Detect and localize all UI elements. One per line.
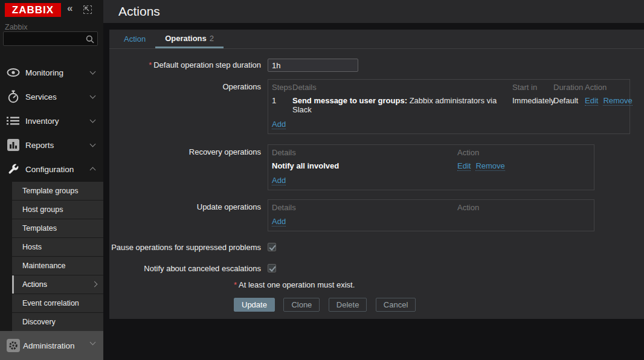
sidebar-item-reports[interactable]: Reports bbox=[0, 133, 103, 157]
submenu-host-groups[interactable]: Host groups bbox=[12, 201, 103, 219]
submenu-maintenance[interactable]: Maintenance bbox=[12, 257, 103, 275]
operations-row: Operations Steps Details Start in Durati… bbox=[109, 79, 644, 134]
stopwatch-icon bbox=[5, 90, 21, 103]
pause-suppressed-row: Pause operations for suppressed problems bbox=[109, 243, 644, 252]
step-duration-label: *Default operation step duration bbox=[109, 59, 261, 72]
notify-canceled-row: Notify about canceled escalations bbox=[109, 264, 644, 273]
list-icon bbox=[5, 116, 21, 126]
operation-row: 1 Send message to user groups: Zabbix ad… bbox=[268, 94, 630, 117]
sidebar-item-inventory[interactable]: Inventory bbox=[0, 109, 103, 133]
notify-canceled-label: Notify about canceled escalations bbox=[109, 264, 261, 273]
submenu-template-groups[interactable]: Template groups bbox=[12, 182, 103, 200]
sidebar: ZABBIX « Zabbix Monitoring Services bbox=[0, 0, 103, 360]
tab-action[interactable]: Action bbox=[114, 30, 155, 48]
chevron-down-icon bbox=[90, 339, 96, 346]
submenu-label: Actions bbox=[22, 280, 47, 289]
submenu-hosts[interactable]: Hosts bbox=[12, 238, 103, 256]
required-asterisk: * bbox=[234, 280, 237, 289]
form-buttons: Update Clone Delete Cancel bbox=[234, 298, 644, 312]
collapse-sidebar-icon[interactable]: « bbox=[67, 2, 72, 14]
nav-label: Configuration bbox=[25, 165, 74, 174]
operation-step: 1 bbox=[268, 94, 290, 108]
main-area: Actions Action Operations 2 *Default ope… bbox=[103, 0, 644, 360]
eye-icon bbox=[5, 68, 21, 77]
required-asterisk: * bbox=[149, 60, 152, 69]
sidebar-search[interactable] bbox=[3, 31, 98, 46]
notify-canceled-checkbox[interactable] bbox=[268, 264, 276, 272]
nav-label: Reports bbox=[25, 141, 54, 150]
pause-suppressed-label: Pause operations for suppressed problems bbox=[109, 243, 261, 252]
delete-button[interactable]: Delete bbox=[329, 298, 367, 312]
step-duration-row: *Default operation step duration bbox=[109, 59, 644, 72]
sidebar-item-configuration[interactable]: Configuration bbox=[0, 157, 103, 181]
tab-bar: Action Operations 2 bbox=[109, 30, 644, 49]
edit-link[interactable]: Edit bbox=[457, 161, 471, 171]
search-input[interactable] bbox=[7, 33, 85, 45]
remove-link[interactable]: Remove bbox=[475, 161, 504, 171]
submenu-event-correlation[interactable]: Event correlation bbox=[12, 294, 103, 312]
recovery-operations-table: Details Action Notify all involved EditR… bbox=[268, 144, 594, 190]
pause-suppressed-checkbox[interactable] bbox=[268, 243, 276, 251]
remove-link[interactable]: Remove bbox=[603, 96, 632, 106]
tab-label: Operations bbox=[165, 34, 207, 43]
col-duration: Duration bbox=[551, 80, 582, 94]
add-operation-link[interactable]: Add bbox=[272, 120, 286, 129]
nav-label: Monitoring bbox=[25, 68, 63, 77]
submenu-discovery[interactable]: Discovery bbox=[12, 313, 103, 331]
cancel-button[interactable]: Cancel bbox=[376, 298, 416, 312]
recovery-operations-label: Recovery operations bbox=[109, 144, 261, 190]
operations-label: Operations bbox=[109, 79, 261, 134]
page-title: Actions bbox=[118, 4, 160, 19]
submenu-label: Discovery bbox=[22, 318, 56, 326]
submenu-templates[interactable]: Templates bbox=[12, 219, 103, 237]
update-operations-label: Update operations bbox=[109, 199, 261, 231]
update-operations-row: Update operations Details Action Add bbox=[109, 199, 644, 231]
page-header: Actions bbox=[103, 0, 644, 23]
operation-type: Send message to user groups: bbox=[292, 96, 407, 105]
gear-icon bbox=[7, 339, 20, 352]
chevron-down-icon bbox=[90, 141, 96, 147]
col-action: Action bbox=[455, 200, 594, 214]
action-edit-panel: Action Operations 2 *Default operation s… bbox=[109, 30, 644, 319]
step-duration-input[interactable] bbox=[268, 59, 358, 72]
submenu-label: Maintenance bbox=[22, 262, 66, 270]
recovery-operation-row: Notify all involved EditRemove bbox=[268, 159, 594, 173]
update-button[interactable]: Update bbox=[234, 298, 275, 312]
configuration-submenu: Template groups Host groups Templates Ho… bbox=[12, 181, 103, 331]
update-operations-table: Details Action Add bbox=[268, 199, 594, 231]
hide-sidebar-icon[interactable] bbox=[83, 5, 92, 14]
clone-button[interactable]: Clone bbox=[283, 298, 320, 312]
recovery-operations-row: Recovery operations Details Action Notif… bbox=[109, 144, 644, 190]
submenu-label: Host groups bbox=[22, 205, 63, 214]
tab-operations[interactable]: Operations 2 bbox=[155, 30, 224, 48]
sidebar-item-services[interactable]: Services bbox=[0, 85, 103, 109]
bar-chart-icon bbox=[5, 139, 21, 151]
operations-table: Steps Details Start in Duration Action 1… bbox=[268, 79, 630, 134]
nav-label: Administration bbox=[23, 341, 75, 350]
chevron-down-icon bbox=[90, 69, 96, 75]
operations-table-header: Steps Details Start in Duration Action bbox=[268, 80, 630, 94]
operation-duration: Default bbox=[551, 94, 582, 108]
col-details: Details bbox=[268, 145, 455, 159]
server-name: Zabbix bbox=[5, 23, 28, 31]
col-steps: Steps bbox=[268, 80, 290, 94]
recovery-table-header: Details Action bbox=[268, 145, 594, 159]
col-action: Action bbox=[455, 145, 594, 159]
zabbix-logo[interactable]: ZABBIX bbox=[5, 3, 61, 17]
submenu-actions[interactable]: Actions bbox=[12, 275, 103, 294]
sidebar-item-administration[interactable]: Administration bbox=[0, 331, 103, 360]
add-recovery-operation-link[interactable]: Add bbox=[272, 176, 286, 185]
search-icon[interactable] bbox=[86, 35, 94, 43]
submenu-label: Templates bbox=[22, 224, 57, 233]
add-update-operation-link[interactable]: Add bbox=[272, 217, 286, 227]
submenu-label: Hosts bbox=[22, 243, 42, 251]
chevron-up-icon bbox=[90, 167, 96, 173]
sidebar-item-monitoring[interactable]: Monitoring bbox=[0, 60, 103, 85]
col-action: Action bbox=[582, 80, 630, 94]
validation-message: *At least one operation must exist. bbox=[234, 280, 644, 289]
sidebar-nav: Monitoring Services Inventory Reports bbox=[0, 60, 103, 181]
update-table-header: Details Action bbox=[268, 200, 594, 214]
col-start-in: Start in bbox=[510, 80, 551, 94]
edit-link[interactable]: Edit bbox=[585, 96, 598, 106]
col-details: Details bbox=[290, 80, 510, 94]
